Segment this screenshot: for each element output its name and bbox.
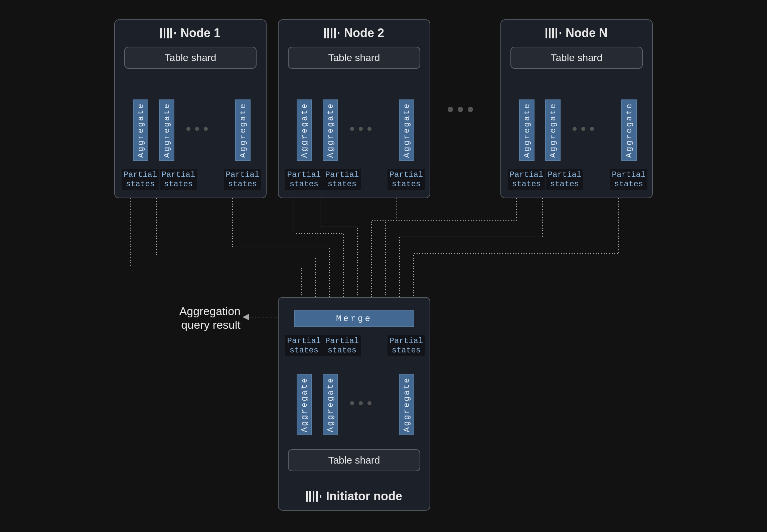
aggregate-text: Aggregate — [162, 102, 171, 158]
partial-states-row: Partialstates Partialstates Partialstate… — [510, 169, 643, 192]
initiator-node-card: Merge Partialstates Partialstates Partia… — [278, 297, 430, 511]
node-title-text: Node 1 — [180, 26, 220, 40]
aggregate-row: Aggregate Aggregate Aggregate — [288, 99, 420, 166]
table-shard-label: Table shard — [328, 455, 380, 466]
ellipsis-icon — [350, 127, 371, 131]
result-line1: Aggregation — [144, 304, 241, 318]
table-shard: Table shard — [124, 47, 257, 69]
merge-text: Merge — [336, 314, 372, 324]
aggregate-text: Aggregate — [136, 102, 145, 158]
aggregate-box: Aggregate — [297, 374, 312, 435]
partial-states-label: Partialstates — [546, 169, 583, 190]
aggregate-text: Aggregate — [239, 102, 248, 158]
aggregate-box: Aggregate — [621, 99, 637, 161]
aggregate-box: Aggregate — [159, 99, 174, 161]
ellipsis-icon — [186, 127, 208, 131]
partial-states-label: Partialstates — [388, 335, 425, 356]
aggregate-row: Aggregate Aggregate Aggregate — [288, 374, 420, 441]
bars-icon — [324, 28, 339, 38]
bars-icon — [160, 28, 176, 38]
diagram-stage: Node 1 Table shard Aggregate Aggregate A… — [0, 0, 767, 532]
node-title: Node 2 — [279, 26, 430, 40]
aggregate-box: Aggregate — [519, 99, 534, 161]
table-shard: Table shard — [288, 47, 420, 69]
partial-states-label: Partialstates — [224, 169, 261, 190]
table-shard-label: Table shard — [164, 52, 216, 63]
node-card-n: Node N Table shard Aggregate Aggregate A… — [500, 19, 653, 198]
aggregate-text: Aggregate — [402, 102, 411, 158]
table-shard: Table shard — [510, 47, 643, 69]
merge-box: Merge — [294, 310, 414, 327]
aggregate-text: Aggregate — [326, 377, 335, 432]
node-title: Node N — [501, 26, 652, 40]
aggregate-text: Aggregate — [402, 377, 411, 432]
node-title: Node 1 — [115, 26, 266, 40]
partial-states-label: Partialstates — [610, 169, 647, 190]
initiator-title: Initiator node — [279, 489, 430, 503]
initiator-title-text: Initiator node — [326, 489, 402, 503]
result-label: Aggregation query result — [144, 304, 241, 332]
bars-icon — [546, 28, 561, 38]
table-shard: Table shard — [288, 449, 420, 471]
aggregate-text: Aggregate — [300, 377, 309, 432]
aggregate-box: Aggregate — [545, 99, 561, 161]
result-line2: query result — [144, 318, 241, 332]
partial-states-row: Partialstates Partialstates Partialstate… — [124, 169, 257, 192]
aggregate-row: Aggregate Aggregate Aggregate — [510, 99, 643, 166]
partial-states-label: Partialstates — [285, 335, 323, 356]
ellipsis-icon — [350, 401, 371, 405]
node-card-1: Node 1 Table shard Aggregate Aggregate A… — [114, 19, 267, 198]
node-title-text: Node N — [566, 26, 608, 40]
aggregate-box: Aggregate — [297, 99, 312, 161]
aggregate-box: Aggregate — [235, 99, 251, 161]
partial-states-row: Partialstates Partialstates Partialstate… — [288, 335, 420, 358]
partial-states-label: Partialstates — [323, 335, 361, 356]
aggregate-text: Aggregate — [522, 102, 531, 158]
bars-icon — [306, 491, 321, 502]
node-title-text: Node 2 — [344, 26, 384, 40]
aggregate-text: Aggregate — [326, 102, 335, 158]
partial-states-label: Partialstates — [323, 169, 361, 190]
node-card-2: Node 2 Table shard Aggregate Aggregate A… — [278, 19, 430, 198]
partial-states-label: Partialstates — [160, 169, 197, 190]
aggregate-row: Aggregate Aggregate Aggregate — [124, 99, 257, 166]
aggregate-box: Aggregate — [323, 374, 338, 435]
table-shard-label: Table shard — [551, 52, 602, 63]
partial-states-label: Partialstates — [122, 169, 159, 190]
aggregate-box: Aggregate — [399, 374, 414, 435]
aggregate-box: Aggregate — [133, 99, 148, 161]
partial-states-label: Partialstates — [388, 169, 425, 190]
aggregate-text: Aggregate — [300, 102, 309, 158]
aggregate-text: Aggregate — [549, 102, 558, 158]
aggregate-text: Aggregate — [625, 102, 634, 158]
ellipsis-icon — [448, 107, 473, 112]
aggregate-box: Aggregate — [399, 99, 414, 161]
partial-states-row: Partialstates Partialstates Partialstate… — [288, 169, 420, 192]
aggregate-box: Aggregate — [323, 99, 338, 161]
ellipsis-icon — [573, 127, 594, 131]
partial-states-label: Partialstates — [285, 169, 323, 190]
partial-states-label: Partialstates — [508, 169, 545, 190]
table-shard-label: Table shard — [328, 52, 380, 63]
